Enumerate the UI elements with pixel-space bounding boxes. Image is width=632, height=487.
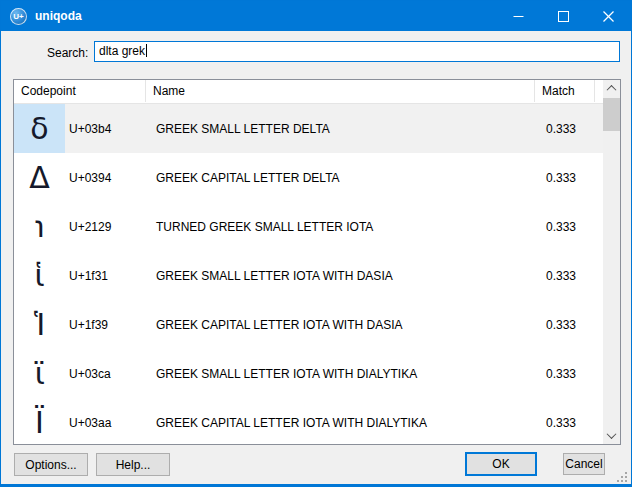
table-row[interactable]: δ U+03b4 GREEK SMALL LETTER DELTA 0.333 (14, 104, 603, 153)
search-value: dlta grek (99, 44, 145, 58)
match-cell: 0.333 (546, 122, 576, 136)
match-cell: 0.333 (546, 416, 576, 430)
titlebar[interactable]: U+ uniqoda (1, 1, 631, 31)
resize-grip[interactable] (617, 472, 627, 482)
codepoint-cell: U+03ca (69, 367, 111, 381)
table-row[interactable]: Ἱ U+1f39 GREEK CAPITAL LETTER IOTA WITH … (14, 300, 603, 349)
character-glyph: Δ (29, 163, 50, 193)
window-controls (496, 1, 631, 31)
codepoint-cell: U+03aa (69, 416, 111, 430)
search-label: Search: (47, 46, 88, 60)
scroll-down-button[interactable] (603, 427, 620, 444)
name-cell: GREEK CAPITAL LETTER DELTA (156, 171, 340, 185)
match-cell: 0.333 (546, 220, 576, 234)
glyph-cell: ϊ (14, 349, 65, 398)
help-button[interactable]: Help... (96, 453, 170, 476)
character-glyph: Ϊ (35, 408, 44, 438)
column-header-name[interactable]: Name (146, 80, 535, 102)
character-glyph: ℩ (34, 212, 44, 242)
match-cell: 0.333 (546, 367, 576, 381)
cancel-button[interactable]: Cancel (563, 453, 605, 475)
chevron-down-icon (607, 429, 617, 439)
minimize-icon (513, 11, 524, 22)
name-cell: GREEK CAPITAL LETTER IOTA WITH DASIA (156, 318, 403, 332)
table-row[interactable]: ℩ U+2129 TURNED GREEK SMALL LETTER IOTA … (14, 202, 603, 251)
glyph-cell: δ (14, 104, 65, 153)
results-table: Codepoint Name Match δ U+03b4 GREEK SMAL… (13, 79, 621, 445)
table-row[interactable]: ϊ U+03ca GREEK SMALL LETTER IOTA WITH DI… (14, 349, 603, 398)
close-button[interactable] (586, 1, 631, 31)
chevron-up-icon (607, 85, 617, 95)
character-glyph: δ (30, 114, 48, 144)
glyph-cell: ℩ (14, 202, 65, 251)
name-cell: GREEK CAPITAL LETTER IOTA WITH DIALYTIKA (156, 416, 427, 430)
table-header: Codepoint Name Match (14, 80, 603, 104)
match-cell: 0.333 (546, 171, 576, 185)
maximize-icon (558, 11, 569, 22)
codepoint-cell: U+2129 (69, 220, 111, 234)
glyph-cell: ἱ (14, 251, 65, 300)
scroll-up-button[interactable] (603, 80, 620, 97)
window-title: uniqoda (35, 9, 82, 23)
maximize-button[interactable] (541, 1, 586, 31)
table-row[interactable]: Δ U+0394 GREEK CAPITAL LETTER DELTA 0.33… (14, 153, 603, 202)
match-cell: 0.333 (546, 269, 576, 283)
table-row[interactable]: ἱ U+1f31 GREEK SMALL LETTER IOTA WITH DA… (14, 251, 603, 300)
table-row[interactable]: Ϊ U+03aa GREEK CAPITAL LETTER IOTA WITH … (14, 398, 603, 444)
app-window: U+ uniqoda Search: dlta grek Codepoint N… (0, 0, 632, 487)
vertical-scrollbar[interactable] (603, 80, 620, 444)
name-cell: GREEK SMALL LETTER IOTA WITH DASIA (156, 269, 393, 283)
codepoint-cell: U+1f39 (69, 318, 108, 332)
scrollbar-thumb[interactable] (603, 98, 620, 131)
name-cell: TURNED GREEK SMALL LETTER IOTA (156, 220, 373, 234)
character-glyph: Ἱ (34, 310, 45, 340)
close-icon (603, 11, 614, 22)
options-button[interactable]: Options... (14, 453, 88, 476)
app-icon: U+ (10, 8, 27, 25)
text-caret (146, 44, 147, 57)
match-cell: 0.333 (546, 318, 576, 332)
search-input[interactable]: dlta grek (94, 41, 620, 62)
app-icon-text: U+ (13, 12, 23, 21)
codepoint-cell: U+0394 (69, 171, 111, 185)
character-glyph: ϊ (34, 359, 44, 389)
codepoint-cell: U+1f31 (69, 269, 108, 283)
column-header-match[interactable]: Match (535, 80, 595, 102)
minimize-button[interactable] (496, 1, 541, 31)
glyph-cell: Δ (14, 153, 65, 202)
ok-button[interactable]: OK (465, 452, 537, 476)
table-body: δ U+03b4 GREEK SMALL LETTER DELTA 0.333 … (14, 104, 603, 444)
name-cell: GREEK SMALL LETTER DELTA (156, 122, 330, 136)
glyph-cell: Ἱ (14, 300, 65, 349)
column-header-codepoint[interactable]: Codepoint (14, 80, 146, 102)
codepoint-cell: U+03b4 (69, 122, 111, 136)
character-glyph: ἱ (34, 261, 44, 291)
glyph-cell: Ϊ (14, 398, 65, 444)
name-cell: GREEK SMALL LETTER IOTA WITH DIALYTIKA (156, 367, 417, 381)
